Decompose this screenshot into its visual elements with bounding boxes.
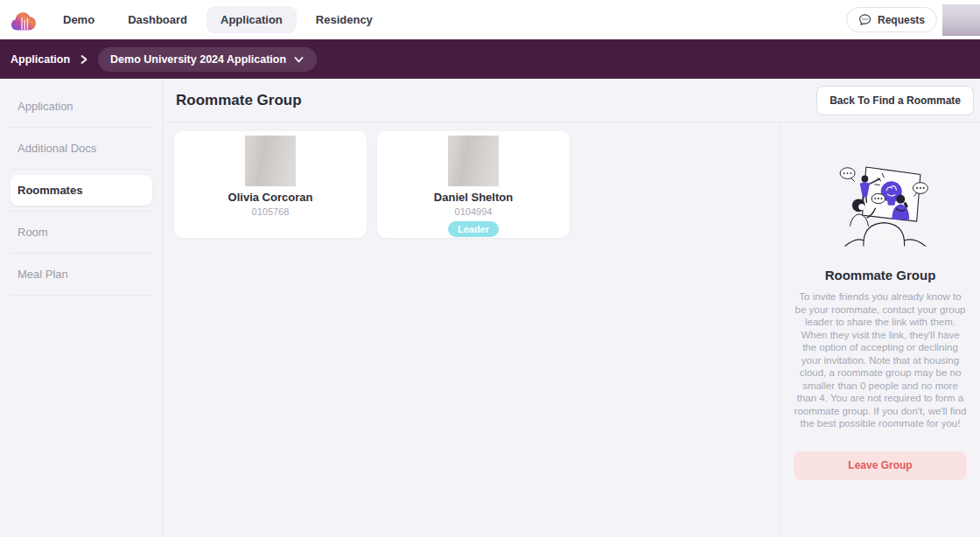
sidebar-item-room[interactable]: Room <box>0 212 163 253</box>
main-header: Roommate Group Back To Find a Roommate <box>164 79 980 122</box>
sidebar-item-roommates[interactable]: Roommates <box>10 175 152 206</box>
top-nav: Demo Dashboard Application Residency Req… <box>0 0 980 39</box>
breadcrumb-application-link[interactable]: Application <box>10 53 70 66</box>
leader-badge: Leader <box>448 221 499 237</box>
roommate-student-id: 0105768 <box>252 206 290 217</box>
sidebar-item-application[interactable]: Application <box>0 86 163 127</box>
chat-bubble-icon <box>858 13 872 26</box>
application-selector-label: Demo University 2024 Application <box>110 53 286 66</box>
application-sidebar: Application Additional Docs Roommates Ro… <box>0 79 164 537</box>
user-avatar[interactable] <box>942 4 980 36</box>
roommate-student-id: 0104994 <box>455 206 493 217</box>
housing-cloud-logo-icon[interactable] <box>10 7 37 33</box>
panel-title: Roommate Group <box>825 268 936 282</box>
roommate-group-info-panel: Roommate Group To invite friends you alr… <box>780 122 980 537</box>
sidebar-item-additional-docs[interactable]: Additional Docs <box>0 128 163 169</box>
leave-group-button[interactable]: Leave Group <box>794 451 967 480</box>
nav-item-application[interactable]: Application <box>206 6 297 33</box>
nav-item-dashboard[interactable]: Dashboard <box>114 6 201 33</box>
chevron-down-icon <box>293 54 304 65</box>
roommate-card[interactable]: Olivia Corcoran 0105768 <box>174 131 367 238</box>
roommate-photo <box>448 136 499 186</box>
nav-item-demo[interactable]: Demo <box>49 6 108 33</box>
breadcrumb: Application Demo University 2024 Applica… <box>0 39 980 79</box>
main-area: Roommate Group Back To Find a Roommate O… <box>164 79 980 537</box>
sidebar-divider <box>10 295 152 296</box>
back-to-find-roommate-button[interactable]: Back To Find a Roommate <box>816 86 974 115</box>
roommate-photo <box>245 136 296 186</box>
roommate-cards: Olivia Corcoran 0105768 Daniel Shelton 0… <box>164 122 780 537</box>
roommate-card[interactable]: Daniel Shelton 0104994 Leader <box>377 131 570 238</box>
roommate-name: Daniel Shelton <box>434 191 513 204</box>
requests-button-label: Requests <box>878 14 925 26</box>
panel-description: To invite friends you already know to be… <box>794 290 967 430</box>
nav-item-residency[interactable]: Residency <box>302 6 387 33</box>
roommate-name: Olivia Corcoran <box>228 191 313 204</box>
content-area: Application Additional Docs Roommates Ro… <box>0 79 980 537</box>
application-selector[interactable]: Demo University 2024 Application <box>98 47 317 72</box>
requests-button[interactable]: Requests <box>846 7 937 32</box>
chevron-right-icon <box>79 53 89 66</box>
sidebar-item-meal-plan[interactable]: Meal Plan <box>0 254 163 295</box>
collaboration-illustration <box>828 159 933 250</box>
main-body: Olivia Corcoran 0105768 Daniel Shelton 0… <box>164 122 980 537</box>
sidebar-divider <box>10 169 152 170</box>
page-title: Roommate Group <box>176 92 302 109</box>
